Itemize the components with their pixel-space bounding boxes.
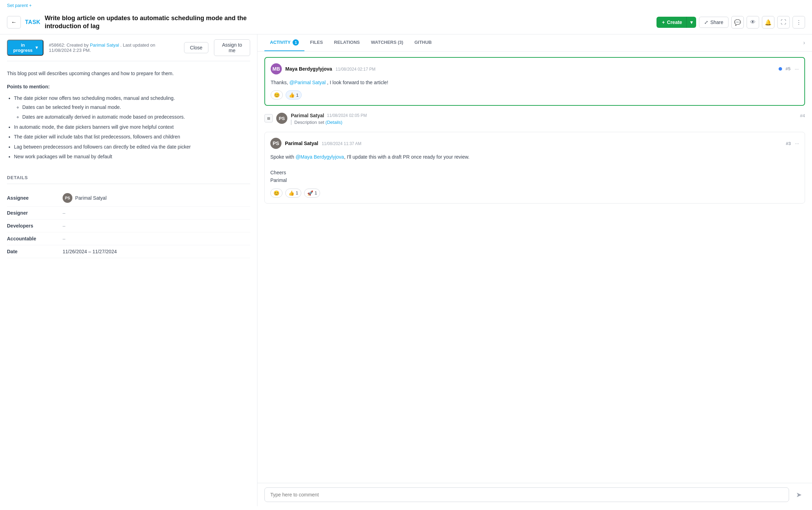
detail-value-designer: – (63, 210, 65, 216)
detail-row-developers: Developers – (7, 220, 250, 232)
bullet-5: New work packages will be manual by defa… (14, 153, 250, 160)
eye-icon: 👁 (750, 19, 756, 25)
details-title: DETAILS (7, 175, 250, 184)
detail-value-assignee: PS Parimal Satyal (63, 193, 106, 203)
close-button[interactable]: Close (184, 42, 208, 53)
task-type-label: TASK (25, 19, 40, 25)
emoji-add-button-1[interactable]: 😊 (271, 90, 283, 99)
share-button[interactable]: ⤢ Share (699, 17, 729, 28)
detail-label-accountable: Accountable (7, 236, 63, 241)
mention-link-2[interactable]: @Maya Berdygylyjova (295, 154, 344, 160)
thumbsup-icon: 👍 (289, 92, 295, 98)
activity-item-1: ▤ PS Parimal Satyal 11/08/2024 02:05 PM … (264, 110, 805, 128)
task-meta: #58662: Created by Parimal Satyal . Last… (49, 42, 179, 53)
send-icon: ➤ (796, 491, 802, 499)
notify-button[interactable]: 🔔 (762, 16, 774, 29)
status-badge[interactable]: in progress ▾ (7, 40, 43, 56)
activity-badge: 1 (293, 39, 299, 46)
rocket-reaction-2[interactable]: 🚀 1 (304, 189, 320, 198)
left-panel: in progress ▾ #58662: Created by Parimal… (0, 34, 257, 506)
detail-row-accountable: Accountable – (7, 232, 250, 245)
watch-button[interactable]: 👁 (747, 16, 759, 29)
details-link[interactable]: (Details) (326, 120, 342, 125)
detail-value-developers: – (63, 223, 65, 229)
comment-avatar-2: PS (270, 138, 281, 149)
tab-activity[interactable]: ACTIVITY 1 (264, 34, 304, 51)
activity-time-1: 11/08/2024 02:05 PM (327, 113, 367, 118)
comment-body-1: Thanks, @Parimal Satyal , I look forward… (271, 79, 799, 86)
bullet-1: The date picker now offers two schedulin… (14, 94, 250, 121)
comment-body-2: Spoke with @Maya Berdygylyjova, I'll upd… (270, 153, 799, 184)
right-panel: ACTIVITY 1 FILES RELATIONS WATCHERS (3) … (257, 34, 812, 506)
tab-files[interactable]: FILES (304, 35, 328, 50)
comment-avatar-1: MB (271, 63, 282, 74)
send-button[interactable]: ➤ (793, 488, 805, 501)
activity-desc-1: Description set (Details) (291, 120, 805, 125)
author-link[interactable]: Parimal Satyal (90, 42, 119, 48)
reactions-2: 😊 👍 1 🚀 1 (270, 189, 799, 198)
create-button[interactable]: + Create (656, 17, 686, 28)
sub-bullet-list: Dates can be selected freely in manual m… (14, 103, 250, 121)
tab-relations[interactable]: RELATIONS (328, 35, 365, 50)
description-intro: This blog post will describes upcoming c… (7, 70, 250, 77)
detail-label-date: Date (7, 249, 63, 254)
detail-label-designer: Designer (7, 210, 63, 216)
thumbsup-icon-2: 👍 (288, 190, 294, 196)
more-options-icon[interactable]: ··· (795, 66, 799, 72)
bullet-2: In automatic mode, the date pickers bann… (14, 123, 250, 131)
comment-author-1: Maya Berdygylyjova (285, 66, 332, 72)
set-parent[interactable]: Set parent + (0, 0, 812, 11)
tab-watchers[interactable]: WATCHERS (3) (365, 35, 409, 50)
task-title: Write blog article on updates to automat… (45, 14, 253, 31)
thumbsup-reaction-2[interactable]: 👍 1 (285, 189, 301, 198)
details-section: DETAILS Assignee PS Parimal Satyal Desig… (7, 168, 250, 265)
chevron-down-icon: ▾ (690, 19, 693, 25)
activity-feed: MB Maya Berdygylyjova 11/08/2024 02:17 P… (257, 51, 812, 483)
more-options-button[interactable]: ⋮ (793, 16, 805, 29)
comment-header-1: MB Maya Berdygylyjova 11/08/2024 02:17 P… (271, 63, 799, 74)
comment-author-2: Parimal Satyal (285, 141, 318, 146)
comment-icon-button[interactable]: 💬 (731, 16, 744, 29)
emoji-add-button-2[interactable]: 😊 (270, 189, 282, 198)
more-icon: ⋮ (796, 19, 802, 26)
points-header: Points to mention: (7, 83, 250, 90)
tabs-bar: ACTIVITY 1 FILES RELATIONS WATCHERS (3) … (257, 34, 812, 51)
bell-icon: 🔔 (765, 19, 772, 26)
activity-number-1: #4 (800, 113, 805, 118)
activity-avatar-1: PS (276, 113, 287, 124)
fullscreen-button[interactable]: ⛶ (777, 16, 790, 29)
more-options-icon-2[interactable]: ··· (795, 141, 799, 146)
assign-to-me-button[interactable]: Assign to me (214, 39, 250, 56)
reactions-1: 😊 👍 1 (271, 90, 799, 99)
expand-icon: ⛶ (781, 19, 786, 25)
comment-input[interactable] (264, 487, 789, 502)
thumbsup-reaction-1[interactable]: 👍 1 (286, 90, 302, 99)
sub-bullet-1: Dates can be selected freely in manual m… (22, 103, 250, 111)
tab-github[interactable]: GITHUB (409, 35, 437, 50)
comment-time-1: 11/08/2024 02:17 PM (336, 67, 376, 72)
detail-label-assignee: Assignee (7, 195, 63, 201)
detail-row-designer: Designer – (7, 207, 250, 220)
comment-card-2: PS Parimal Satyal 11/08/2024 11:37 AM #3… (264, 132, 805, 204)
activity-meta-1: Parimal Satyal 11/08/2024 02:05 PM #4 (291, 113, 805, 118)
comment-number-2: #3 (786, 141, 791, 146)
comment-card-1: MB Maya Berdygylyjova 11/08/2024 02:17 P… (264, 57, 805, 106)
detail-row-assignee: Assignee PS Parimal Satyal (7, 190, 250, 207)
assignee-avatar: PS (63, 193, 72, 203)
top-bar: ← TASK Write blog article on updates to … (0, 11, 812, 34)
tab-arrow-right[interactable]: › (803, 40, 805, 46)
description-section: This blog post will describes upcoming c… (7, 61, 250, 168)
bullet-4: Lag between predecessors and followers c… (14, 143, 250, 151)
smiley-icon: 😊 (274, 92, 280, 98)
back-button[interactable]: ← (7, 16, 21, 29)
status-bar: in progress ▾ #58662: Created by Parimal… (7, 34, 250, 61)
mention-link[interactable]: @Parimal Satyal (289, 80, 326, 85)
comment-icon: 💬 (734, 19, 741, 26)
chevron-down-icon: ▾ (35, 45, 38, 50)
sub-bullet-2: Dates are automatically derived in autom… (22, 113, 250, 121)
bullet-3: The date picker will include tabs that l… (14, 133, 250, 141)
create-dropdown-button[interactable]: ▾ (686, 17, 696, 28)
comment-header-2: PS Parimal Satyal 11/08/2024 11:37 AM #3… (270, 138, 799, 149)
comment-input-area: ➤ (257, 483, 812, 506)
detail-value-date: 11/26/2024 – 11/27/2024 (63, 249, 117, 254)
